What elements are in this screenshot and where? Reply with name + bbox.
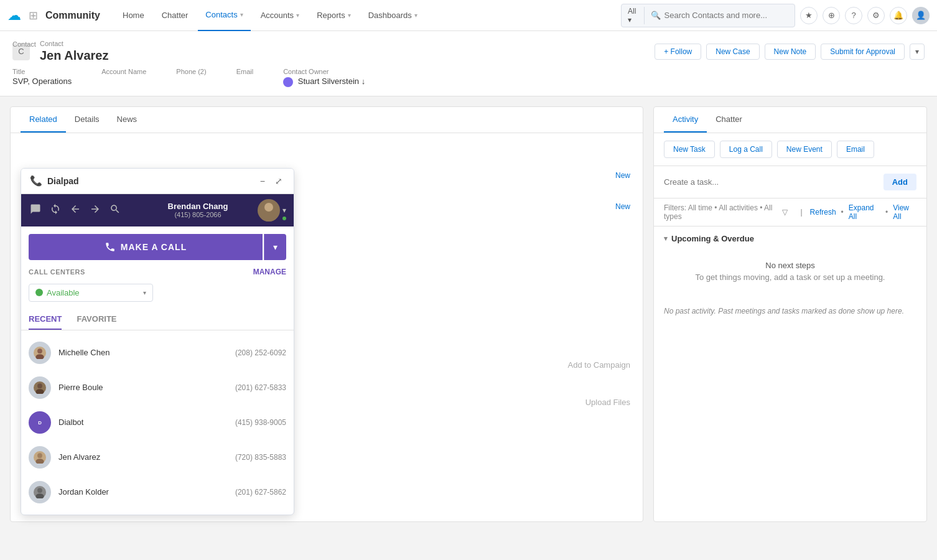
svg-text:D: D (38, 419, 42, 425)
email-button[interactable]: Email (837, 141, 874, 158)
contact-phone: (208) 252-6092 (235, 348, 286, 357)
contact-avatar-dialbot: D (29, 411, 51, 434)
nav-chatter[interactable]: Chatter (154, 0, 196, 31)
list-item[interactable]: Jen Alvarez (720) 835-5883 (21, 440, 294, 475)
dialpad-contact-info: Brendan Chang (415) 805-2066 (143, 202, 253, 218)
tab-news[interactable]: News (108, 107, 146, 133)
field-owner: Contact Owner Stuart Silverstein ↓ (283, 68, 365, 87)
nav-reports[interactable]: Reports ▾ (309, 0, 358, 31)
follow-button[interactable]: + Follow (655, 44, 701, 60)
nav-dashboards[interactable]: Dashboards ▾ (361, 0, 425, 31)
dialpad-avatar-chevron[interactable]: ▾ (282, 206, 286, 215)
svg-point-6 (37, 383, 42, 388)
make-call-row: MAKE A CALL ▾ (21, 226, 294, 268)
dialpad-controls: − ⤢ (258, 175, 285, 187)
list-item[interactable]: D Dialbot (415) 938-9005 (21, 405, 294, 440)
nav-contacts[interactable]: Contacts ▾ (198, 0, 250, 31)
make-call-dropdown-btn[interactable]: ▾ (264, 234, 286, 260)
dialpad-forward-icon[interactable] (88, 202, 102, 218)
dialpad-search-icon[interactable] (108, 202, 122, 218)
upcoming-section: ▾ Upcoming & Overdue No next steps To ge… (654, 226, 926, 299)
upcoming-title: Upcoming & Overdue (671, 234, 754, 243)
settings-icon[interactable]: ⚙ (867, 7, 885, 24)
expand-all-link[interactable]: Expand All (849, 203, 880, 221)
record-title: Jen Alvarez (40, 49, 108, 62)
new-button-2[interactable]: New (615, 202, 630, 211)
tab-recent[interactable]: RECENT (29, 314, 62, 330)
empty-title: No next steps (674, 261, 907, 270)
search-type[interactable]: All ▾ (628, 7, 645, 24)
accounts-chevron: ▾ (296, 12, 299, 19)
new-button-1[interactable]: New (615, 170, 630, 180)
add-campaign-btn[interactable]: Add to Campaign (568, 360, 630, 370)
dialpad-contact-phone: (415) 805-2066 (143, 211, 253, 218)
contact-name: Jordan Kolder (58, 487, 228, 497)
new-note-button[interactable]: New Note (765, 44, 816, 60)
available-text: Available (47, 288, 139, 297)
log-call-button[interactable]: Log a Call (720, 141, 772, 158)
view-all-link[interactable]: View All (893, 203, 916, 221)
activity-actions: New Task Log a Call New Event Email (654, 133, 926, 166)
field-title: Title SVP, Operations (12, 68, 72, 87)
task-input-row: Add (654, 166, 926, 198)
new-task-button[interactable]: New Task (664, 141, 715, 158)
manage-link[interactable]: MANAGE (253, 268, 286, 276)
search-input[interactable] (664, 11, 788, 20)
add-icon[interactable]: ⊕ (823, 7, 840, 24)
tab-favorite[interactable]: FAVORITE (77, 314, 116, 330)
task-input[interactable] (664, 177, 879, 187)
filter-icon: ▽ (782, 208, 788, 217)
submit-approval-button[interactable]: Submit for Approval (821, 44, 905, 60)
add-task-button[interactable]: Add (883, 174, 916, 190)
tab-related[interactable]: Related (21, 107, 66, 133)
upload-files-btn[interactable]: Upload Files (585, 398, 630, 407)
actions-dropdown[interactable]: ▾ (910, 44, 925, 60)
upcoming-header: ▾ Upcoming & Overdue (664, 234, 916, 243)
new-case-button[interactable]: New Case (706, 44, 759, 60)
account-label: Account Name (101, 68, 146, 75)
dialpad-avatar (258, 199, 280, 222)
refresh-link[interactable]: Refresh (810, 208, 836, 217)
title-label: Title (12, 68, 72, 75)
contact-avatar-michelle (29, 342, 51, 364)
dialpad-back-icon[interactable] (68, 202, 82, 218)
dialpad-topbar: Brendan Chang (415) 805-2066 ▾ (21, 194, 294, 226)
tab-activity[interactable]: Activity (664, 107, 707, 133)
svg-point-0 (264, 203, 273, 212)
nav-home[interactable]: Home (115, 0, 152, 31)
contact-avatar-pierre (29, 376, 51, 399)
record-header: Contact C Contact Jen Alvarez + Follow N… (0, 31, 937, 96)
contact-phone: (415) 938-9005 (235, 418, 286, 427)
dialpad-minimize-btn[interactable]: − (258, 175, 268, 187)
search-icon: 🔍 (651, 11, 661, 20)
new-event-button[interactable]: New Event (777, 141, 832, 158)
favorites-icon[interactable]: ★ (800, 7, 818, 24)
contact-phone: (720) 835-5883 (235, 453, 286, 462)
svg-point-3 (37, 348, 42, 353)
dialpad-expand-btn[interactable]: ⤢ (273, 175, 285, 187)
available-select[interactable]: Available ▾ (29, 284, 153, 302)
field-email: Email (236, 68, 254, 87)
filters-row: Filters: All time • All activities • All… (654, 198, 926, 226)
dialpad-chat-icon[interactable] (29, 202, 42, 218)
grid-icon[interactable]: ⊞ (29, 9, 38, 22)
list-item[interactable]: Michelle Chen (208) 252-6092 (21, 335, 294, 370)
breadcrumb-label: Contact (40, 40, 108, 47)
upcoming-chevron-icon[interactable]: ▾ (664, 235, 668, 243)
call-centers-label: CALL CENTERS (29, 268, 85, 276)
notifications-icon[interactable]: 🔔 (890, 7, 907, 24)
nav-accounts[interactable]: Accounts ▾ (253, 0, 307, 31)
user-avatar[interactable]: 👤 (912, 7, 930, 24)
make-call-button[interactable]: MAKE A CALL (29, 234, 263, 260)
dialpad-topbar-icons (29, 202, 138, 218)
list-item[interactable]: Pierre Boule (201) 627-5833 (21, 370, 294, 405)
separator-bullet: • (841, 208, 844, 217)
tab-chatter[interactable]: Chatter (707, 107, 751, 133)
contact-name: Michelle Chen (58, 348, 228, 357)
empty-message: To get things moving, add a task or set … (674, 273, 907, 282)
list-item[interactable]: Jordan Kolder (201) 627-5862 (21, 475, 294, 510)
help-icon[interactable]: ? (845, 7, 862, 24)
dialpad-refresh-icon[interactable] (49, 202, 62, 218)
tab-details[interactable]: Details (66, 107, 108, 133)
phone-label: Phone (2) (176, 68, 206, 75)
